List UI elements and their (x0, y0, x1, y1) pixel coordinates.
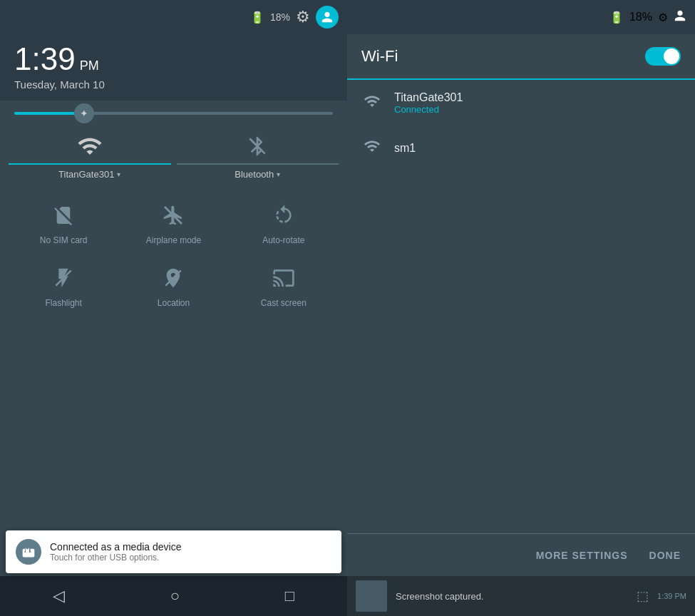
right-panel: 🔋 18% ⚙ Wi-Fi TitanGate301 Connected (347, 0, 695, 616)
wifi-network-name: TitanGate301 (58, 169, 114, 180)
bottom-nav: ◁ ○ □ (0, 576, 347, 616)
usb-notif-subtitle: Touch for other USB options. (50, 553, 181, 563)
wifi-info-2: sm1 (394, 142, 681, 155)
back-button[interactable]: ◁ (53, 587, 65, 605)
cast-icon (268, 262, 299, 294)
screenshot-share-icon[interactable]: ⬚ (637, 588, 649, 604)
quick-toggle-cast[interactable]: Cast screen (229, 254, 339, 317)
wifi-item-sm1[interactable]: sm1 (347, 126, 695, 170)
left-panel: 🔋 18% ⚙ 1:39 PM Tuesday, March 10 (0, 0, 347, 616)
date-display: Tuesday, March 10 (14, 78, 333, 91)
brightness-row[interactable] (9, 112, 339, 115)
bluetooth-chevron: ▾ (277, 170, 280, 178)
wifi-title: Wi-Fi (361, 47, 398, 66)
bluetooth-label: Bluetooth (235, 169, 274, 180)
bluetooth-toggle-item[interactable]: Bluetooth ▾ (177, 129, 339, 180)
airplane-label: Airplane mode (146, 235, 201, 245)
location-label: Location (158, 298, 190, 308)
no-sim-label: No SIM card (40, 235, 88, 245)
wifi-status-1: Connected (394, 104, 681, 115)
time-ampm: PM (80, 58, 99, 73)
wifi-icon-container[interactable] (9, 129, 171, 165)
battery-icon: 🔋 (250, 11, 264, 24)
right-status-bar: 🔋 18% ⚙ (347, 0, 695, 34)
autorotate-label: Auto-rotate (262, 235, 304, 245)
wifi-bluetooth-row: TitanGate301 ▾ Bluetooth ▾ (9, 129, 339, 180)
wifi-network-list: TitanGate301 Connected sm1 (347, 80, 695, 533)
wifi-signal-icon-2 (361, 138, 383, 159)
wifi-item-titangate[interactable]: TitanGate301 Connected (347, 80, 695, 126)
screenshot-thumbnail (356, 580, 387, 612)
quick-toggle-autorotate[interactable]: Auto-rotate (229, 191, 339, 254)
flashlight-label: Flashlight (45, 298, 81, 308)
time-display: 1:39 (14, 41, 76, 77)
settings-icon[interactable]: ⚙ (296, 8, 310, 26)
right-user-avatar[interactable] (674, 9, 686, 25)
wifi-signal-icon-1 (361, 93, 383, 114)
bluetooth-icon-container[interactable] (177, 129, 339, 165)
home-button[interactable]: ○ (170, 587, 180, 605)
usb-notification[interactable]: Connected as a media device Touch for ot… (6, 530, 341, 573)
wifi-chevron: ▾ (117, 170, 120, 178)
quick-toggle-grid: No SIM card Airplane mode (9, 191, 339, 317)
screenshot-time: 1:39 PM (657, 592, 686, 600)
quick-toggle-flashlight[interactable]: Flashlight (9, 254, 118, 317)
cast-label: Cast screen (261, 298, 307, 308)
quick-toggle-no-sim[interactable]: No SIM card (9, 191, 118, 254)
brightness-thumb[interactable] (74, 103, 94, 123)
wifi-toggle-item[interactable]: TitanGate301 ▾ (9, 129, 171, 180)
usb-notification-text: Connected as a media device Touch for ot… (50, 541, 181, 563)
autorotate-icon (268, 200, 299, 231)
wifi-toggle-thumb (664, 48, 679, 64)
right-settings-icon[interactable]: ⚙ (658, 11, 668, 24)
quick-toggle-location[interactable]: Location (118, 254, 228, 317)
usb-notif-title: Connected as a media device (50, 541, 181, 553)
wifi-info-1: TitanGate301 Connected (394, 91, 681, 115)
screenshot-text: Screenshot captured. (396, 591, 628, 602)
wifi-header: Wi-Fi (347, 34, 695, 80)
wifi-label-row[interactable]: TitanGate301 ▾ (58, 169, 120, 180)
wifi-name-2: sm1 (394, 142, 681, 155)
recent-button[interactable]: □ (285, 587, 294, 605)
left-status-bar: 🔋 18% ⚙ (0, 0, 347, 34)
no-sim-icon (48, 200, 79, 231)
right-battery-icon: 🔋 (609, 11, 624, 24)
quick-settings-panel: TitanGate301 ▾ Bluetooth ▾ (0, 101, 347, 576)
airplane-icon (158, 200, 189, 231)
screenshot-notification[interactable]: Screenshot captured. ⬚ 1:39 PM (347, 576, 695, 616)
brightness-slider[interactable] (14, 112, 333, 115)
more-settings-button[interactable]: MORE SETTINGS (536, 550, 628, 561)
left-battery-percent: 18% (270, 11, 290, 23)
wifi-name-1: TitanGate301 (394, 91, 681, 104)
done-button[interactable]: DONE (649, 550, 681, 561)
bluetooth-label-row[interactable]: Bluetooth ▾ (235, 169, 280, 180)
quick-toggle-airplane[interactable]: Airplane mode (118, 191, 228, 254)
location-icon (158, 262, 189, 294)
time-section: 1:39 PM Tuesday, March 10 (0, 34, 347, 101)
wifi-action-buttons: MORE SETTINGS DONE (347, 533, 695, 576)
usb-icon (16, 539, 41, 565)
wifi-toggle-switch[interactable] (645, 47, 681, 66)
user-avatar[interactable] (316, 6, 339, 29)
flashlight-icon (48, 262, 79, 294)
right-battery-percent: 18% (629, 11, 652, 24)
